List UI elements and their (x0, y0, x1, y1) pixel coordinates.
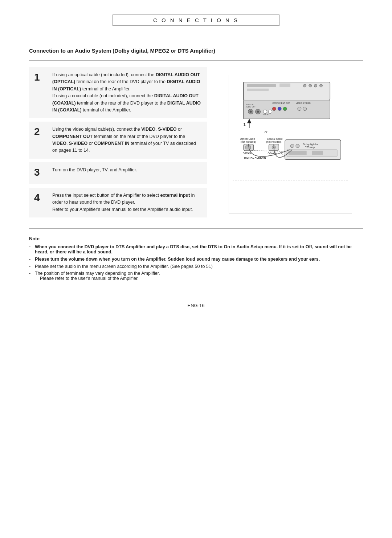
svg-text:DTS amp: DTS amp (305, 146, 315, 149)
svg-text:COMPONENT OUT: COMPONENT OUT (272, 102, 290, 104)
svg-rect-50 (312, 151, 323, 155)
svg-point-3 (303, 84, 306, 87)
svg-text:AUDIO OUT: AUDIO OUT (246, 106, 256, 108)
svg-point-20 (298, 107, 301, 111)
svg-rect-1 (247, 84, 276, 87)
step-4-text: Press the input select button of the Amp… (52, 192, 202, 213)
svg-point-24 (268, 110, 272, 114)
svg-text:(not included): (not included) (241, 140, 256, 143)
note-regular-2: - The position of terminals may vary dep… (29, 271, 363, 281)
svg-text:(not included): (not included) (266, 140, 281, 143)
note-bold-2-text: Please turn the volume down when you tur… (35, 257, 363, 262)
svg-text:DIGITAL: DIGITAL (246, 103, 254, 106)
note-dash-2: - (29, 257, 35, 262)
step-3-block: 3 Turn on the DVD player, TV, and Amplif… (29, 162, 207, 184)
svg-text:Coaxial Cable: Coaxial Cable (267, 138, 282, 140)
notes-title: Note (29, 236, 363, 241)
diagram-column: DIGITAL AUDIO OUT COMPONENT OUT VIDEO S-… (218, 67, 363, 221)
note-regular-1: - Please set the audio in the menu scree… (29, 264, 363, 269)
page-footer: ENG-16 (29, 303, 363, 308)
page-title-box: C O N N E C T I O N S (113, 15, 279, 26)
top-divider (29, 60, 363, 61)
step-1-block: 1 If using an optical cable (not include… (29, 67, 207, 118)
svg-rect-49 (289, 151, 307, 155)
diagram-svg: DIGITAL AUDIO OUT COMPONENT OUT VIDEO S-… (233, 79, 348, 209)
svg-text:or: or (264, 130, 267, 134)
svg-point-17 (278, 107, 281, 111)
svg-rect-7 (247, 89, 269, 91)
page-number: ENG-16 (188, 303, 205, 308)
svg-point-6 (319, 84, 322, 87)
step-1-number: 1 (34, 72, 47, 82)
note-dash-3: - (29, 264, 35, 269)
page-title: C O N N E C T I O N S (153, 17, 239, 23)
svg-text:Optical Cable: Optical Cable (240, 138, 255, 140)
svg-text:Dolby digital or: Dolby digital or (303, 143, 319, 146)
step-4-number: 4 (34, 192, 47, 203)
svg-point-14 (257, 111, 259, 113)
svg-point-12 (249, 111, 252, 113)
svg-text:VIDEO  S-VIDEO: VIDEO S-VIDEO (296, 102, 311, 104)
svg-point-45 (296, 144, 299, 148)
svg-rect-2 (279, 83, 290, 87)
step-3-text: Turn on the DVD player, TV, and Amplifie… (52, 167, 137, 174)
svg-text:1: 1 (244, 122, 246, 127)
svg-point-16 (272, 107, 276, 111)
svg-point-5 (314, 84, 317, 87)
step-2-text: Using the video signal cable(s), connect… (52, 126, 202, 154)
note-bold-1-text: When you connect the DVD player to DTS A… (35, 244, 363, 254)
main-content: 1 If using an optical cable (not include… (29, 67, 363, 221)
steps-column: 1 If using an optical cable (not include… (29, 67, 207, 221)
note-dash-4: - (29, 271, 35, 276)
bottom-divider (29, 228, 363, 229)
svg-point-44 (290, 144, 294, 148)
note-bold-1: - When you connect the DVD player to DTS… (29, 244, 363, 254)
svg-point-18 (283, 107, 287, 111)
notes-section: Note - When you connect the DVD player t… (29, 236, 363, 281)
svg-point-4 (309, 84, 311, 87)
step-4-block: 4 Press the input select button of the A… (29, 188, 207, 217)
connection-diagram: DIGITAL AUDIO OUT COMPONENT OUT VIDEO S-… (229, 75, 352, 213)
svg-point-21 (303, 107, 307, 111)
step-2-block: 2 Using the video signal cable(s), conne… (29, 122, 207, 159)
note-bold-2: - Please turn the volume down when you t… (29, 257, 363, 262)
svg-line-42 (253, 151, 285, 151)
note-dash-1: - (29, 244, 35, 249)
svg-rect-32 (246, 146, 251, 149)
svg-text:AUDIO: AUDIO (263, 113, 269, 115)
step-1-text: If using an optical cable (not included)… (52, 72, 202, 114)
svg-point-23 (263, 110, 267, 114)
section-heading: Connection to an Audio System (Dolby dig… (29, 48, 363, 54)
note-regular-1-text: Please set the audio in the menu screen … (35, 264, 363, 269)
note-regular-2-text: The position of terminals may vary depen… (35, 271, 363, 281)
step-3-number: 3 (34, 167, 47, 178)
step-2-number: 2 (34, 126, 47, 137)
